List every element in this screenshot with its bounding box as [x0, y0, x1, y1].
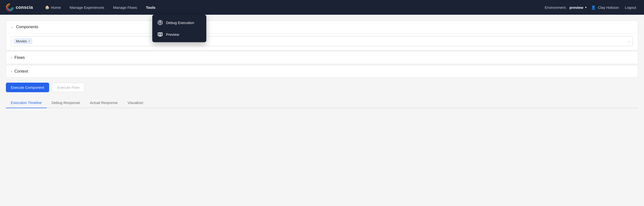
environment-label: Environment:: [545, 5, 566, 9]
environment-spacer: [567, 5, 568, 9]
main-content: ⌄ Components Movies × ⌄ › Flows › Contex…: [0, 15, 644, 108]
navbar: conscia 🏠 Home Manage Experiences Manage…: [0, 0, 644, 15]
context-panel: › Context: [6, 65, 638, 78]
navbar-right: Environment: preview ▼ 👤 Clay Hobson Log…: [545, 4, 638, 10]
preview-icon: [157, 31, 163, 37]
nav-item-manage-experiences[interactable]: Manage Experiences: [66, 3, 108, 11]
dropdown-item-debug-execution-label: Debug Execution: [166, 20, 194, 25]
nav-tools-label: Tools: [146, 5, 156, 9]
logo[interactable]: conscia: [6, 3, 33, 11]
tab-debug-response[interactable]: Debug Response: [47, 98, 85, 108]
dropdown-item-debug-execution[interactable]: Debug Execution: [152, 17, 206, 28]
logo-icon: [6, 3, 14, 11]
dropdown-item-preview-label: Preview: [166, 32, 179, 36]
nav-manage-flows-label: Manage Flows: [113, 5, 137, 9]
nav-manage-experiences-label: Manage Experiences: [70, 5, 104, 9]
tools-dropdown-menu: Debug Execution Preview: [152, 15, 206, 42]
nav-menu: 🏠 Home Manage Experiences Manage Flows T…: [41, 3, 545, 11]
nav-item-manage-flows[interactable]: Manage Flows: [109, 3, 141, 11]
nav-item-home[interactable]: 🏠 Home: [41, 3, 65, 11]
execute-component-button[interactable]: Execute Component: [6, 83, 49, 92]
environment-chevron-icon: ▼: [584, 6, 587, 9]
logo-text: conscia: [16, 5, 33, 10]
components-panel-content: Movies × ⌄: [6, 33, 638, 50]
result-tabs: Execution Timeline Debug Response Actual…: [6, 98, 638, 108]
environment-selector[interactable]: Environment: preview ▼: [545, 5, 587, 9]
tab-actual-response-label: Actual Response: [90, 101, 118, 105]
tab-visualizer-label: Visualizer: [128, 101, 144, 105]
components-panel: ⌄ Components Movies × ⌄: [6, 20, 638, 50]
user-section: 👤 Clay Hobson: [591, 5, 619, 10]
action-buttons: Execute Component Execute Flow: [6, 83, 638, 92]
svg-point-7: [160, 22, 161, 23]
tab-visualizer[interactable]: Visualizer: [122, 98, 148, 108]
flows-chevron-icon: ›: [11, 56, 12, 59]
user-icon: 👤: [591, 5, 596, 10]
components-panel-title: Components: [16, 25, 38, 29]
logout-button[interactable]: Logout: [623, 4, 638, 10]
execute-flow-button[interactable]: Execute Flow: [52, 83, 84, 92]
svg-point-6: [158, 20, 162, 25]
tab-actual-response[interactable]: Actual Response: [85, 98, 122, 108]
tag-input-chevron-icon: ⌄: [628, 39, 630, 43]
svg-point-10: [160, 34, 161, 35]
flows-panel-title: Flows: [14, 55, 25, 60]
dropdown-item-preview[interactable]: Preview: [152, 28, 206, 40]
user-name: Clay Hobson: [598, 5, 619, 9]
movies-tag-label: Movies: [16, 39, 27, 43]
nav-home-label: Home: [51, 5, 61, 9]
movies-tag-close-icon[interactable]: ×: [28, 39, 30, 43]
flows-panel: › Flows: [6, 51, 638, 64]
components-panel-header[interactable]: ⌄ Components: [6, 21, 638, 33]
movies-tag: Movies ×: [14, 38, 32, 44]
context-chevron-icon: ›: [11, 70, 12, 73]
context-panel-header[interactable]: › Context: [6, 65, 638, 77]
environment-value: preview: [569, 5, 583, 9]
tab-debug-response-label: Debug Response: [52, 101, 80, 105]
context-panel-title: Context: [14, 69, 28, 74]
debug-execution-icon: [157, 20, 163, 25]
tab-execution-timeline-label: Execution Timeline: [11, 101, 42, 105]
flows-panel-header[interactable]: › Flows: [6, 51, 638, 64]
components-tag-input[interactable]: Movies × ⌄: [11, 36, 633, 46]
components-chevron-icon: ⌄: [11, 25, 14, 29]
home-icon: 🏠: [45, 5, 50, 9]
tab-execution-timeline[interactable]: Execution Timeline: [6, 98, 47, 108]
nav-item-tools[interactable]: Tools: [142, 3, 160, 11]
